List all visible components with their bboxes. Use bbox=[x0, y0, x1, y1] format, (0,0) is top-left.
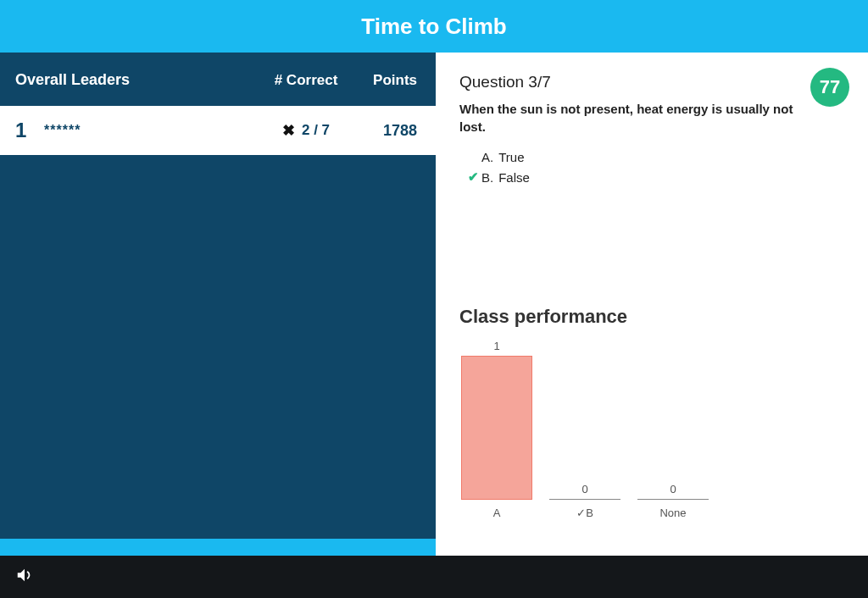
wrong-icon: ✖ bbox=[282, 121, 295, 140]
chart-bar-group: 0 ✓B bbox=[548, 483, 622, 519]
bar-label: A bbox=[493, 507, 501, 519]
chart-bar-group: 1 A bbox=[459, 340, 534, 519]
bar-baseline bbox=[637, 499, 709, 500]
leaders-heading-points: Points bbox=[353, 72, 420, 89]
check-icon: ✔ bbox=[465, 169, 481, 185]
progress-bar bbox=[0, 539, 436, 556]
leader-rank: 1 bbox=[15, 119, 39, 142]
answer-letter: A. bbox=[481, 150, 493, 164]
answer-text: False bbox=[498, 170, 530, 185]
answer-option: ✔ B. False bbox=[465, 167, 844, 187]
leaders-panel: Overall Leaders # Correct Points 1 *****… bbox=[0, 53, 436, 556]
leaders-heading-correct: # Correct bbox=[259, 72, 353, 89]
question-text: When the sun is not present, heat energy… bbox=[459, 100, 844, 136]
app-title: Time to Climb bbox=[361, 14, 506, 40]
leader-correct: ✖ 2 / 7 bbox=[259, 121, 353, 140]
question-panel: 77 Question 3/7 When the sun is not pres… bbox=[436, 53, 868, 556]
answer-letter: B. bbox=[481, 170, 493, 185]
score-badge: 77 bbox=[810, 68, 849, 107]
answer-option: A. True bbox=[465, 147, 844, 167]
class-performance-title: Class performance bbox=[459, 306, 844, 328]
leader-name: ****** bbox=[39, 123, 259, 138]
leaders-header: Overall Leaders # Correct Points bbox=[0, 53, 436, 106]
leader-row: 1 ****** ✖ 2 / 7 1788 bbox=[0, 106, 436, 155]
answers-list: A. True ✔ B. False bbox=[465, 147, 844, 187]
answer-text: True bbox=[498, 150, 524, 164]
bar bbox=[461, 356, 532, 500]
app-header: Time to Climb bbox=[0, 0, 868, 53]
bar-value: 0 bbox=[670, 483, 676, 496]
sound-icon[interactable] bbox=[15, 566, 34, 588]
chart-bar-group: 0 None bbox=[636, 483, 710, 519]
main-area: Overall Leaders # Correct Points 1 *****… bbox=[0, 53, 868, 556]
bar-label: None bbox=[659, 507, 686, 519]
class-performance-chart: 1 A 0 ✓B 0 None bbox=[459, 341, 844, 519]
question-number: Question 3/7 bbox=[459, 73, 844, 91]
bar-baseline bbox=[549, 499, 620, 500]
bar-value: 0 bbox=[581, 483, 587, 496]
leaders-heading-overall: Overall Leaders bbox=[15, 71, 259, 89]
bar-value: 1 bbox=[493, 340, 499, 352]
leader-points: 1788 bbox=[353, 122, 420, 140]
footer-bar bbox=[0, 556, 868, 598]
bar-label: ✓B bbox=[576, 507, 593, 519]
